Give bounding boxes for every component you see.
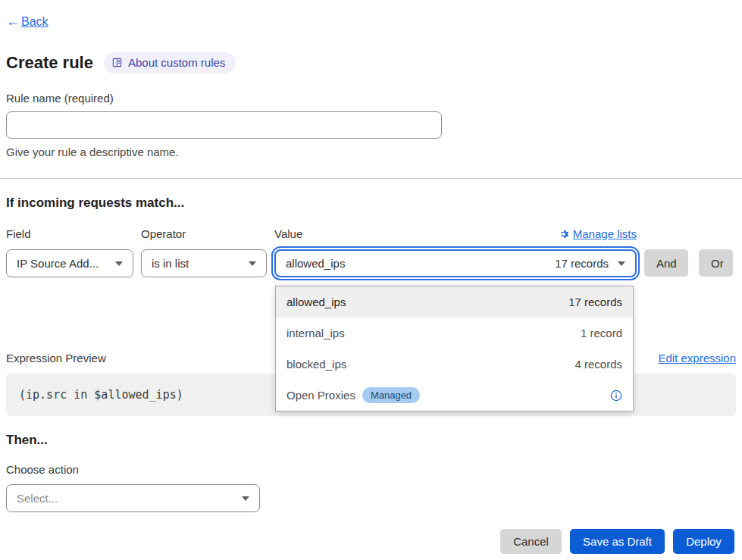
- back-link[interactable]: ←Back: [6, 14, 49, 30]
- list-option-allowed-ips[interactable]: allowed_ips 17 records: [276, 286, 633, 318]
- condition-row: Field IP Source Add... Operator is in li…: [6, 227, 736, 277]
- manage-lists-label: Manage lists: [573, 227, 637, 240]
- action-select-placeholder: Select...: [17, 492, 58, 505]
- value-select-records: 17 records: [555, 257, 609, 270]
- value-header: Value Manage lists: [274, 227, 637, 240]
- field-label: Field: [6, 227, 133, 240]
- list-option-records: 4 records: [575, 358, 622, 371]
- deploy-button[interactable]: Deploy: [673, 529, 734, 554]
- and-button[interactable]: And: [644, 249, 688, 277]
- rule-name-input[interactable]: [6, 111, 442, 139]
- cancel-button[interactable]: Cancel: [500, 529, 562, 554]
- field-column: Field IP Source Add...: [6, 227, 133, 277]
- list-option-open-proxies[interactable]: Open Proxies Managed: [276, 380, 633, 411]
- list-option-name: Open Proxies: [286, 389, 355, 402]
- field-select-value: IP Source Add...: [17, 257, 99, 270]
- rule-name-label: Rule name (required): [6, 92, 736, 105]
- list-dropdown-panel: allowed_ips 17 records internal_ips 1 re…: [275, 286, 634, 411]
- section-divider: [0, 178, 742, 179]
- field-select[interactable]: IP Source Add...: [6, 249, 133, 277]
- list-option-name: allowed_ips: [286, 296, 346, 308]
- then-section-heading: Then...: [6, 433, 736, 448]
- managed-badge: Managed: [362, 387, 420, 403]
- operator-select-value: is in list: [152, 257, 189, 270]
- operator-column: Operator is in list: [141, 227, 267, 277]
- logic-buttons: And Or: [644, 249, 733, 277]
- expression-preview-label: Expression Preview: [6, 352, 106, 364]
- manage-lists-link[interactable]: Manage lists: [559, 227, 637, 240]
- list-option-name: blocked_ips: [286, 358, 346, 371]
- operator-label: Operator: [141, 227, 267, 240]
- value-select[interactable]: allowed_ips 17 records: [274, 249, 637, 277]
- list-option-records: 17 records: [568, 296, 622, 308]
- chevron-down-icon: [249, 261, 256, 266]
- list-option-name: internal_ips: [286, 327, 345, 339]
- choose-action-label: Choose action: [6, 463, 736, 476]
- back-row: ←Back: [6, 14, 736, 30]
- footer-actions: Cancel Save as Draft Deploy: [6, 529, 736, 554]
- list-option-records: 1 record: [581, 327, 622, 339]
- value-column: Value Manage lists allowed_ips 17 record…: [274, 227, 637, 277]
- edit-expression-link[interactable]: Edit expression: [658, 352, 736, 364]
- action-select[interactable]: Select...: [6, 484, 260, 512]
- back-link-label: Back: [21, 15, 49, 29]
- chevron-down-icon: [242, 496, 249, 501]
- or-button[interactable]: Or: [699, 249, 733, 277]
- list-option-blocked-ips[interactable]: blocked_ips 4 records: [276, 349, 633, 380]
- create-rule-page: ←Back Create rule About custom rules Rul…: [0, 0, 742, 560]
- about-custom-rules-label: About custom rules: [128, 56, 225, 69]
- title-row: Create rule About custom rules: [6, 52, 736, 74]
- save-as-draft-button[interactable]: Save as Draft: [570, 529, 665, 554]
- gear-icon: [559, 229, 569, 239]
- operator-select[interactable]: is in list: [141, 249, 267, 277]
- list-option-internal-ips[interactable]: internal_ips 1 record: [276, 318, 633, 349]
- page-title: Create rule: [6, 53, 93, 73]
- value-select-value: allowed_ips: [286, 257, 345, 270]
- chevron-down-icon: [618, 261, 625, 266]
- value-label: Value: [274, 227, 302, 240]
- rule-name-help-text: Give your rule a descriptive name.: [6, 145, 736, 158]
- book-icon: [111, 57, 123, 68]
- about-custom-rules-link[interactable]: About custom rules: [104, 52, 236, 74]
- expression-code: (ip.src in $allowed_ips): [19, 388, 183, 402]
- chevron-down-icon: [115, 261, 123, 266]
- back-arrow-icon: ←: [6, 14, 20, 30]
- info-icon[interactable]: [610, 389, 622, 402]
- match-section-heading: If incoming requests match...: [6, 196, 736, 211]
